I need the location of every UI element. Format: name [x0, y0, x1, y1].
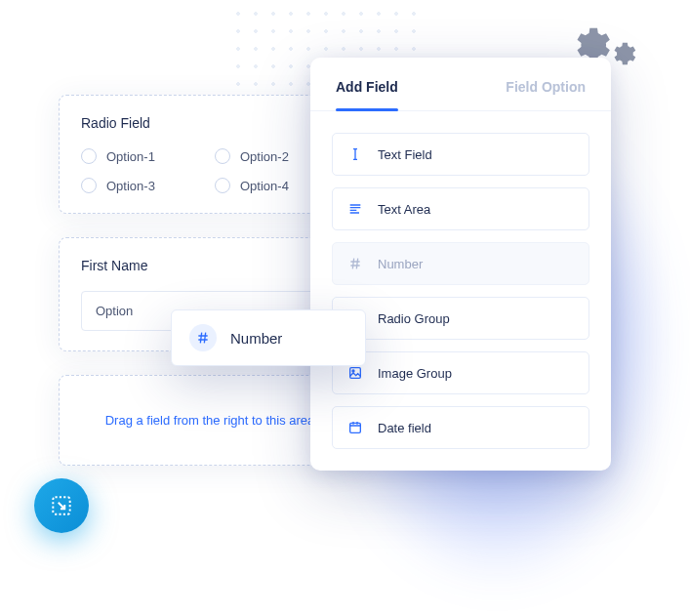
field-item-image-group[interactable]: Image Group: [332, 351, 589, 394]
card-title: Radio Field: [81, 115, 339, 131]
drag-ghost[interactable]: Number: [171, 309, 366, 366]
drag-ghost-label: Number: [230, 330, 282, 347]
hash-icon: [189, 324, 217, 351]
radio-option[interactable]: Option-1: [81, 148, 205, 164]
radio-label: Option-2: [240, 149, 289, 164]
radio-circle-icon: [215, 148, 230, 164]
radio-label: Option-3: [106, 179, 155, 193]
svg-rect-3: [350, 368, 361, 379]
field-item-textarea[interactable]: Text Area: [332, 187, 589, 230]
radio-circle-icon: [81, 148, 97, 164]
calendar-icon: [346, 419, 364, 436]
radio-options-grid: Option-1 Option-2 Option-3 Option-4: [81, 148, 339, 193]
field-item-number[interactable]: Number: [332, 242, 589, 285]
field-item-radio-group[interactable]: Radio Group: [332, 297, 589, 340]
tab-add-field[interactable]: Add Field: [336, 58, 398, 110]
field-label: Image Group: [378, 366, 452, 381]
radio-label: Option-1: [106, 149, 155, 164]
image-icon: [346, 364, 364, 382]
svg-rect-5: [350, 423, 361, 432]
svg-point-4: [352, 370, 354, 372]
field-label: Number: [378, 257, 423, 271]
gear-icon: [607, 39, 636, 68]
radio-circle-icon: [215, 178, 230, 193]
panel-body: Text Field Text Area Number Radio Group: [310, 111, 611, 449]
field-item-text[interactable]: Text Field: [332, 133, 589, 176]
text-cursor-icon: [346, 145, 364, 163]
dropzone-label: Drag a field from the right to this area: [105, 413, 315, 428]
radio-option[interactable]: Option-3: [81, 178, 205, 193]
tab-field-option[interactable]: Field Option: [506, 58, 586, 110]
fab-button[interactable]: [34, 478, 89, 533]
collapse-icon: [49, 493, 74, 518]
text-lines-icon: [346, 200, 364, 218]
field-panel: Add Field Field Option Text Field Text A…: [310, 58, 611, 471]
panel-tabs: Add Field Field Option: [310, 58, 611, 111]
card-title: First Name: [81, 258, 339, 273]
field-label: Text Area: [378, 202, 430, 217]
field-item-date[interactable]: Date field: [332, 406, 589, 449]
radio-circle-icon: [81, 178, 97, 193]
field-label: Date field: [378, 421, 431, 435]
field-label: Text Field: [378, 147, 432, 162]
radio-label: Option-4: [240, 179, 289, 193]
hash-icon: [346, 255, 364, 272]
field-label: Radio Group: [378, 311, 450, 326]
